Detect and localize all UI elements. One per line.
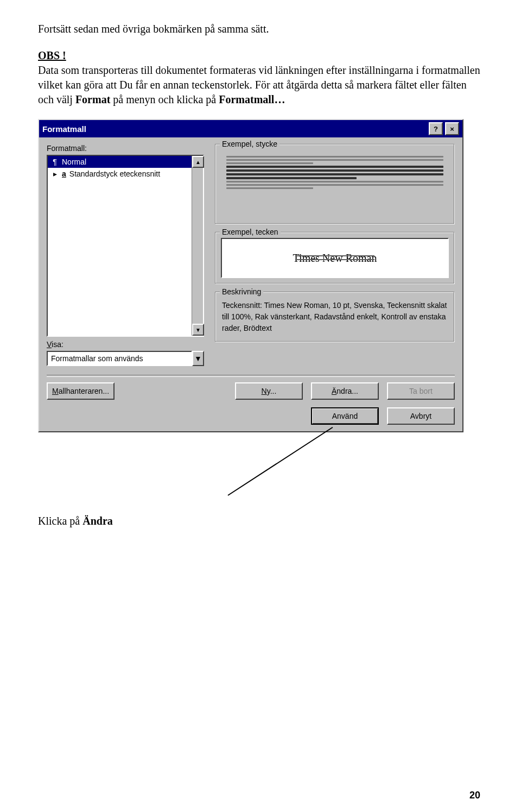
font-preview-text: Times New Roman — [293, 252, 377, 264]
andra-button[interactable]: Ändra... — [311, 382, 379, 400]
paragraph-1: Fortsätt sedan med övriga bokmärken på s… — [38, 22, 483, 36]
exempel-stycke-group: Exempel, stycke — [215, 144, 455, 224]
p2-text-c: på menyn och klicka på — [113, 93, 219, 105]
formatmall-dialog: Formatmall ? × Formatmall: ¶ Normal ▸ a — [38, 119, 463, 432]
group-legend: Exempel, tecken — [220, 228, 281, 236]
after-text-a: Klicka på — [38, 515, 82, 527]
after-text-b: Ändra — [82, 515, 113, 527]
help-button[interactable]: ? — [429, 122, 443, 135]
p2-text-d: Formatmall… — [219, 93, 285, 105]
list-item-standard[interactable]: ▸ a Standardstyck eteckensnitt — [48, 168, 203, 180]
visa-combobox[interactable]: ▼ — [47, 351, 204, 366]
p2-text-b: Format — [75, 93, 110, 105]
group-legend: Beskrivning — [220, 287, 263, 296]
dialog-title: Formatmall — [42, 124, 86, 134]
anvand-button[interactable]: Använd — [311, 407, 379, 425]
avbryt-button[interactable]: Avbryt — [387, 407, 455, 425]
scrollbar[interactable]: ▲ ▼ — [192, 156, 203, 336]
list-item-label: Normal — [62, 158, 86, 166]
annotation-arrow — [38, 432, 461, 508]
scroll-down-icon[interactable]: ▼ — [192, 324, 204, 336]
exempel-tecken-group: Exempel, tecken Times New Roman — [215, 232, 455, 284]
formatmall-label: Formatmall: — [47, 144, 204, 153]
list-item-label: Standardstyck eteckensnitt — [69, 169, 160, 178]
visa-input[interactable] — [47, 351, 192, 366]
ny-button[interactable]: Ny... — [235, 382, 303, 400]
paragraph-mark-icon: ¶ — [51, 158, 59, 166]
dropdown-icon[interactable]: ▼ — [192, 351, 204, 366]
paragraph-preview — [221, 150, 449, 218]
mallhanteraren-button[interactable]: Mallhanteraren... — [47, 382, 115, 400]
beskrivning-group: Beskrivning Teckensnitt: Times New Roman… — [215, 292, 455, 342]
paragraph-after: Klicka på Ändra — [38, 514, 483, 528]
formatmall-listbox[interactable]: ¶ Normal ▸ a Standardstyck eteckensnitt … — [47, 155, 204, 337]
group-legend: Exempel, stycke — [220, 140, 279, 148]
visa-label: Visa: — [47, 340, 204, 349]
close-button[interactable]: × — [445, 122, 459, 135]
description-text: Teckensnitt: Times New Roman, 10 pt, Sve… — [221, 298, 449, 336]
obs-label: OBS ! — [38, 49, 66, 61]
tabort-button: Ta bort — [387, 382, 455, 400]
dialog-titlebar: Formatmall ? × — [39, 120, 462, 137]
arrow-right-icon: ▸ — [51, 169, 59, 178]
list-item-normal[interactable]: ¶ Normal — [48, 156, 203, 168]
paragraph-2: OBS ! Data som transporteras till dokume… — [38, 48, 483, 107]
font-preview: Times New Roman — [221, 238, 449, 278]
divider — [47, 375, 455, 377]
char-style-icon: a — [62, 169, 66, 178]
scroll-up-icon[interactable]: ▲ — [192, 156, 204, 168]
